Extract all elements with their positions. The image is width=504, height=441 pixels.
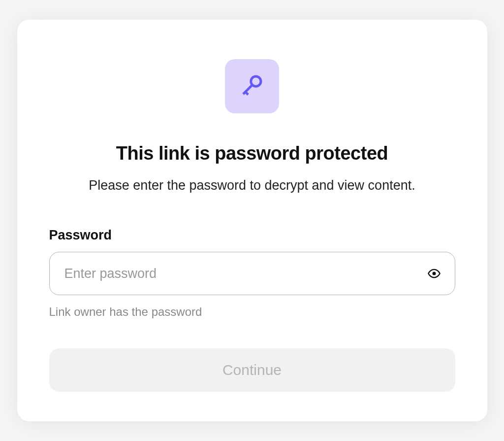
password-form-group: Password Link owner has the password Con… (49, 228, 455, 392)
continue-button[interactable]: Continue (49, 348, 455, 392)
page-title: This link is password protected (116, 143, 388, 164)
key-icon-box (225, 59, 279, 113)
page-subtitle: Please enter the password to decrypt and… (89, 178, 415, 193)
password-label: Password (49, 228, 112, 243)
svg-point-3 (432, 272, 436, 275)
password-input[interactable] (49, 252, 455, 295)
password-hint: Link owner has the password (49, 305, 202, 319)
password-input-wrapper (49, 252, 455, 295)
svg-line-2 (246, 92, 249, 95)
key-icon (239, 72, 265, 101)
svg-point-0 (251, 76, 261, 86)
toggle-password-visibility-icon[interactable] (427, 266, 441, 281)
password-card: This link is password protected Please e… (17, 20, 487, 421)
